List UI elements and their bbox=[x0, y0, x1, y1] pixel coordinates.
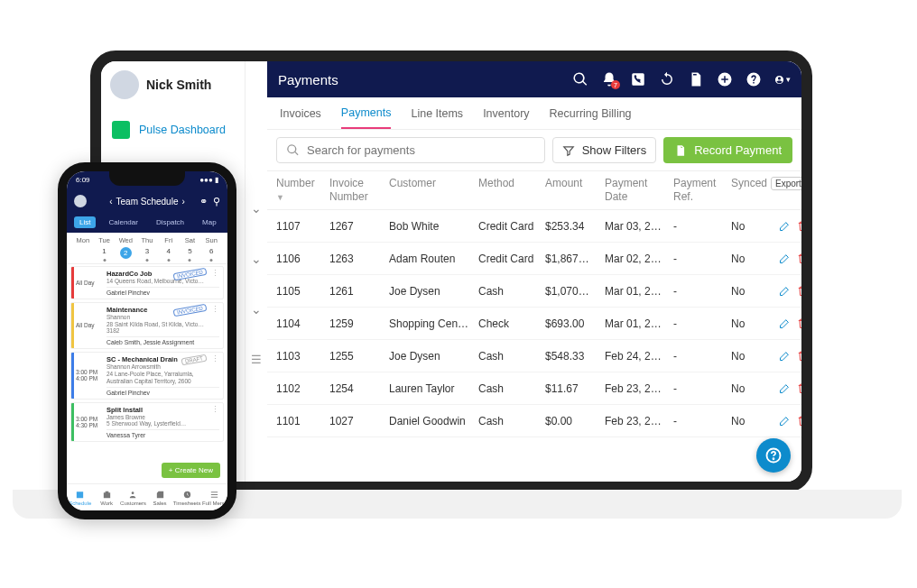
phone-call-icon[interactable] bbox=[630, 71, 646, 87]
table-row[interactable]: 11021254Lauren TaylorCash$11.67Feb 23, 2… bbox=[267, 372, 801, 405]
date-cell[interactable]: 5 bbox=[180, 246, 201, 260]
show-filters-button[interactable]: Show Filters bbox=[552, 137, 657, 163]
avatar[interactable] bbox=[74, 195, 87, 207]
pulse-label: Pulse Dashboard bbox=[139, 124, 226, 136]
chevron-down-icon[interactable]: ⌄ bbox=[251, 252, 262, 266]
viewtab-map[interactable]: Map bbox=[197, 216, 222, 228]
sidebar-chevrons: ⌄ ⌄ ⌄ ☰ bbox=[245, 61, 267, 482]
sidebar-item-pulse-dashboard[interactable]: Pulse Dashboard bbox=[101, 114, 245, 146]
more-icon[interactable]: ⋮ bbox=[211, 305, 219, 314]
payments-table: Number ▼ Invoice Number Customer Method … bbox=[267, 170, 801, 482]
phone-notch bbox=[109, 171, 185, 186]
date-cell[interactable]: 6 bbox=[200, 246, 222, 260]
help-fab[interactable] bbox=[756, 438, 791, 473]
filter-icon bbox=[562, 144, 575, 157]
create-new-button[interactable]: + Create New bbox=[162, 463, 220, 478]
job-card[interactable]: 3:00 PM4:00 PMSC - Mechanical DrainShann… bbox=[70, 352, 224, 399]
user-block[interactable]: Nick Smith bbox=[101, 61, 245, 108]
edit-icon[interactable] bbox=[778, 349, 792, 363]
people-icon[interactable]: ⚭ bbox=[199, 196, 208, 207]
delete-icon[interactable] bbox=[795, 349, 801, 363]
svg-point-1 bbox=[773, 458, 774, 459]
edit-icon[interactable] bbox=[778, 219, 792, 233]
signal-icons: ●●● ▮ bbox=[199, 176, 218, 184]
delete-icon[interactable] bbox=[795, 252, 801, 265]
table-row[interactable]: 11011027Daniel GoodwinCash$0.00Feb 23, 2… bbox=[267, 405, 801, 437]
delete-icon[interactable] bbox=[795, 414, 801, 427]
chevron-right-icon[interactable]: › bbox=[181, 197, 184, 207]
tab-recurring-billing[interactable]: Recurring Billing bbox=[550, 99, 632, 128]
viewtab-dispatch[interactable]: Dispatch bbox=[151, 216, 190, 228]
delete-icon[interactable] bbox=[795, 381, 801, 395]
job-card[interactable]: 3:00 PM4:30 PMSplit InstallJames Browne5… bbox=[70, 402, 224, 443]
search-box[interactable] bbox=[276, 137, 545, 163]
col-number[interactable]: Number ▼ bbox=[276, 177, 326, 204]
col-ref[interactable]: Payment Ref. bbox=[673, 177, 727, 204]
edit-icon[interactable] bbox=[778, 414, 792, 427]
job-card[interactable]: All DayHazardCo Job14 Queens Road, Melbo… bbox=[70, 266, 224, 299]
search-input[interactable] bbox=[307, 143, 535, 157]
tab-inventory[interactable]: Inventory bbox=[483, 99, 529, 128]
chevron-left-icon[interactable]: ‹ bbox=[109, 197, 112, 207]
col-date[interactable]: Payment Date bbox=[605, 177, 670, 204]
sync-icon[interactable] bbox=[659, 71, 675, 87]
chevron-down-icon[interactable]: ⌄ bbox=[251, 201, 262, 216]
date-cell[interactable]: 3 bbox=[136, 246, 158, 260]
more-icon[interactable]: ⋮ bbox=[211, 354, 219, 363]
table-row[interactable]: 11051261Joe DysenCash$1,070…Mar 01, 2…-N… bbox=[267, 275, 801, 308]
nav-timesheets[interactable]: Timesheets bbox=[173, 490, 201, 506]
date-cell[interactable]: 2 bbox=[115, 246, 136, 260]
nav-customers[interactable]: Customers bbox=[120, 490, 146, 506]
help-icon[interactable] bbox=[746, 71, 762, 87]
tab-line-items[interactable]: Line Items bbox=[411, 99, 463, 128]
edit-icon[interactable] bbox=[778, 317, 792, 330]
nav-schedule[interactable]: Schedule bbox=[67, 490, 93, 506]
more-icon[interactable]: ⋮ bbox=[211, 405, 219, 414]
record-payment-button[interactable]: Record Payment bbox=[663, 137, 792, 163]
search-icon[interactable] bbox=[572, 71, 588, 87]
user-name: Nick Smith bbox=[146, 78, 211, 92]
col-customer[interactable]: Customer bbox=[389, 177, 475, 204]
menu-icon[interactable]: ☰ bbox=[251, 353, 262, 366]
add-icon[interactable] bbox=[717, 71, 733, 87]
pulse-icon bbox=[112, 121, 130, 139]
date-cell[interactable]: 1 bbox=[94, 246, 116, 260]
question-icon bbox=[764, 446, 783, 464]
more-icon[interactable]: ⋮ bbox=[211, 269, 219, 278]
topbar-icons: 7 ▾ bbox=[572, 71, 791, 87]
search-icon[interactable]: ⚲ bbox=[213, 196, 220, 207]
job-card[interactable]: All DayMaintenanceShannon28 Saint Kilda … bbox=[70, 302, 224, 349]
col-method[interactable]: Method bbox=[478, 177, 542, 204]
viewtab-list[interactable]: List bbox=[74, 216, 96, 228]
phone-date-row: 1 2 3 4 5 6 bbox=[67, 246, 227, 264]
document-icon[interactable] bbox=[688, 71, 704, 87]
nav-full-menu[interactable]: Full Menu bbox=[201, 490, 227, 506]
export-button[interactable]: Export bbox=[771, 177, 801, 190]
bell-icon[interactable]: 7 bbox=[601, 71, 617, 87]
delete-icon[interactable] bbox=[795, 284, 801, 298]
tab-invoices[interactable]: Invoices bbox=[280, 99, 321, 128]
edit-icon[interactable] bbox=[778, 252, 792, 265]
phone-frame: 6:09 ●●● ▮ ‹ Team Schedule › ⚭ ⚲ List Ca… bbox=[58, 162, 236, 519]
col-amount[interactable]: Amount bbox=[545, 177, 601, 204]
phone-day-labels: MonTueWed ThuFriSat Sun bbox=[67, 233, 227, 246]
chevron-down-icon[interactable]: ⌄ bbox=[251, 302, 262, 317]
delete-icon[interactable] bbox=[795, 317, 801, 330]
table-row[interactable]: 11041259Shopping Cen…Check$693.00Mar 01,… bbox=[267, 308, 801, 340]
edit-icon[interactable] bbox=[778, 381, 792, 395]
user-account-icon[interactable]: ▾ bbox=[774, 71, 791, 87]
nav-work[interactable]: Work bbox=[93, 490, 119, 506]
table-row[interactable]: 11061263Adam RoutenCredit Card$1,867…Mar… bbox=[267, 243, 801, 275]
edit-icon[interactable] bbox=[778, 284, 792, 298]
tab-payments[interactable]: Payments bbox=[341, 98, 392, 129]
table-row[interactable]: 11031255Joe DysenCash$548.33Feb 24, 2…-N… bbox=[267, 340, 801, 372]
page-title: Payments bbox=[278, 72, 572, 87]
nav-sales[interactable]: Sales bbox=[146, 490, 172, 506]
sort-desc-icon: ▼ bbox=[276, 193, 284, 202]
delete-icon[interactable] bbox=[795, 219, 801, 233]
viewtab-calendar[interactable]: Calendar bbox=[103, 216, 143, 228]
col-synced[interactable]: Synced bbox=[731, 177, 767, 204]
col-invoice[interactable]: Invoice Number bbox=[329, 177, 385, 204]
date-cell[interactable]: 4 bbox=[158, 246, 180, 260]
table-row[interactable]: 11071267Bob WhiteCredit Card$253.34Mar 0… bbox=[267, 210, 801, 243]
